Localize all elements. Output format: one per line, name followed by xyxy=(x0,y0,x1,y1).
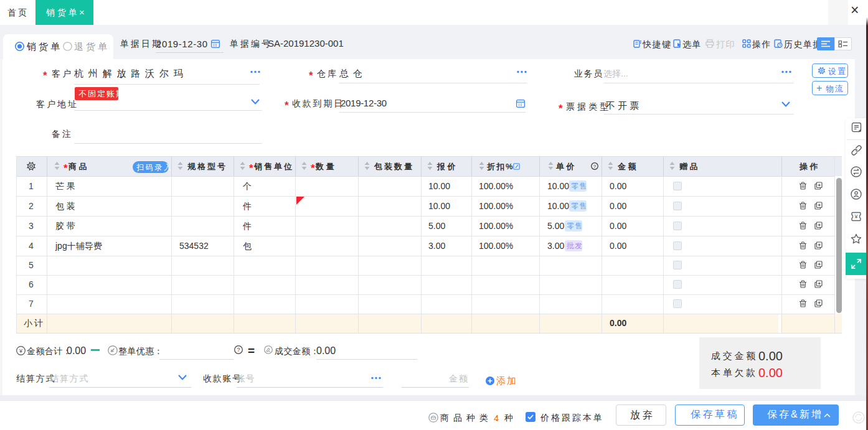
svg-text:¥: ¥ xyxy=(19,348,23,354)
svg-text:?: ? xyxy=(593,164,597,169)
svg-text:¥: ¥ xyxy=(854,213,858,220)
svg-text:?: ? xyxy=(237,346,240,353)
